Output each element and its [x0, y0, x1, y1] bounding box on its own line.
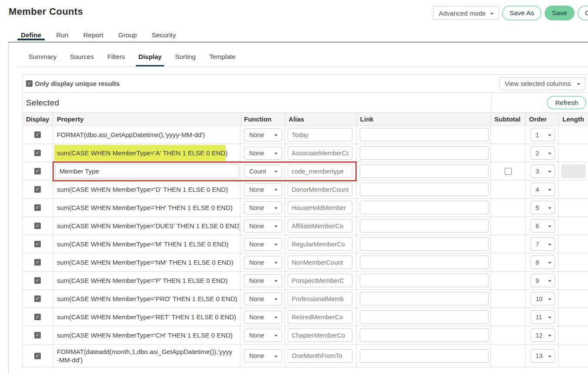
- function-select[interactable]: None ⌄: [244, 147, 282, 160]
- display-checkbox[interactable]: ✓: [34, 314, 41, 320]
- function-select[interactable]: None ⌄: [244, 238, 282, 251]
- link-input[interactable]: [360, 201, 489, 214]
- order-select[interactable]: 10 ⌄: [531, 292, 555, 305]
- subtab-template[interactable]: Template: [209, 53, 236, 66]
- link-input[interactable]: [360, 164, 489, 178]
- save-button[interactable]: Save: [545, 6, 575, 20]
- alias-input[interactable]: [288, 349, 352, 363]
- alias-input[interactable]: [288, 183, 352, 196]
- subtab-sorting[interactable]: Sorting: [175, 53, 196, 66]
- function-select[interactable]: None ⌄: [244, 256, 282, 269]
- order-select[interactable]: 2 ⌄: [531, 146, 555, 160]
- link-input[interactable]: [360, 128, 489, 141]
- display-checkbox[interactable]: ✓: [34, 223, 41, 229]
- display-checkbox[interactable]: ✓: [34, 241, 41, 247]
- subtab-summary[interactable]: Summary: [29, 53, 56, 66]
- alias-input[interactable]: [288, 328, 352, 342]
- order-select[interactable]: 13 ⌄: [531, 349, 555, 363]
- alias-input[interactable]: [288, 128, 352, 141]
- table-header-row: Display Property Function Alias Link Sub…: [23, 112, 588, 126]
- function-select[interactable]: None ⌄: [244, 128, 282, 141]
- link-input[interactable]: [360, 292, 489, 305]
- order-select[interactable]: 11 ⌄: [531, 310, 555, 324]
- alias-input[interactable]: [288, 237, 352, 251]
- link-input[interactable]: [360, 237, 489, 251]
- display-checkbox[interactable]: ✓: [34, 131, 41, 138]
- function-select[interactable]: None ⌄: [244, 183, 282, 196]
- display-checkbox[interactable]: ✓: [34, 168, 41, 174]
- view-columns-select[interactable]: View selected columns ⌄: [499, 77, 585, 90]
- selected-bar: Selected Refresh: [23, 93, 588, 112]
- order-select[interactable]: 5 ⌄: [531, 201, 555, 214]
- order-select[interactable]: 7 ⌄: [531, 237, 555, 251]
- table-row: ✓ sum(CASE WHEN MemberType='PRO' THEN 1 …: [23, 290, 588, 308]
- subtotal-checkbox[interactable]: [505, 168, 512, 175]
- alias-input[interactable]: [288, 146, 352, 160]
- property-text: sum(CASE WHEN MemberType='A' THEN 1 ELSE…: [54, 145, 226, 161]
- alias-input[interactable]: [288, 219, 352, 233]
- order-select[interactable]: 12 ⌄: [531, 328, 555, 342]
- options-bar: ✓ Only display unique results View selec…: [23, 75, 588, 93]
- function-select[interactable]: Count ⌄: [244, 165, 282, 178]
- tab-run[interactable]: Run: [56, 28, 68, 42]
- link-input[interactable]: [360, 310, 489, 324]
- subtab-display[interactable]: Display: [138, 53, 161, 66]
- alias-input[interactable]: [288, 310, 352, 324]
- table-row: ✓ sum(CASE WHEN MemberType='D' THEN 1 EL…: [23, 180, 588, 199]
- tab-define[interactable]: Define: [21, 28, 41, 42]
- function-select[interactable]: None ⌄: [244, 292, 282, 305]
- link-input[interactable]: [360, 274, 489, 287]
- order-select[interactable]: 8 ⌄: [531, 256, 555, 269]
- function-select[interactable]: None ⌄: [244, 274, 282, 287]
- link-input[interactable]: [360, 219, 489, 233]
- chevron-down-icon: ⌄: [273, 259, 278, 264]
- table-body: ✓ FORMAT(dbo.asi_GetAppDatetime(),'yyyy-…: [23, 126, 588, 367]
- function-select[interactable]: None ⌄: [244, 329, 282, 342]
- function-select[interactable]: None ⌄: [244, 201, 282, 214]
- display-checkbox[interactable]: ✓: [34, 353, 41, 359]
- order-select[interactable]: 1 ⌄: [531, 128, 555, 141]
- subtab-sources[interactable]: Sources: [70, 53, 94, 66]
- tab-group[interactable]: Group: [118, 28, 137, 42]
- link-input[interactable]: [360, 146, 489, 160]
- order-select[interactable]: 3 ⌄: [531, 164, 555, 178]
- chevron-down-icon: ⌄: [547, 313, 552, 319]
- close-button[interactable]: Close: [578, 6, 588, 20]
- save-as-button[interactable]: Save As: [502, 6, 542, 20]
- mode-select[interactable]: Advanced mode ⌄: [433, 6, 499, 20]
- display-checkbox[interactable]: ✓: [34, 186, 41, 193]
- display-checkbox[interactable]: ✓: [34, 332, 41, 338]
- function-select-value: None: [249, 204, 264, 211]
- alias-input[interactable]: [288, 164, 352, 178]
- link-input[interactable]: [360, 256, 489, 269]
- subtab-filters[interactable]: Filters: [107, 53, 125, 66]
- link-input[interactable]: [360, 328, 489, 342]
- alias-input[interactable]: [288, 274, 352, 287]
- order-select[interactable]: 9 ⌄: [531, 274, 555, 287]
- function-select[interactable]: None ⌄: [244, 349, 282, 362]
- function-select[interactable]: None ⌄: [244, 220, 282, 233]
- property-input[interactable]: Member Type: [55, 164, 239, 179]
- alias-input[interactable]: [288, 292, 352, 305]
- tab-security[interactable]: Security: [151, 28, 176, 42]
- display-checkbox[interactable]: ✓: [34, 277, 41, 284]
- alias-input[interactable]: [288, 256, 352, 269]
- unique-results-checkbox[interactable]: ✓: [26, 80, 33, 87]
- link-input[interactable]: [360, 183, 489, 196]
- query-builder-screen: Member Counts Advanced mode ⌄ Save As Sa…: [0, 0, 588, 374]
- function-select[interactable]: None ⌄: [244, 311, 282, 324]
- display-checkbox[interactable]: ✓: [34, 295, 41, 302]
- table-row: ✓ sum(CASE WHEN MemberType='HH' THEN 1 E…: [23, 199, 588, 217]
- link-input[interactable]: [360, 349, 489, 363]
- alias-input[interactable]: [288, 201, 352, 214]
- refresh-button[interactable]: Refresh: [547, 96, 586, 109]
- display-checkbox[interactable]: ✓: [34, 259, 41, 266]
- display-checkbox[interactable]: ✓: [34, 150, 41, 156]
- chevron-down-icon: ⌄: [547, 331, 552, 337]
- order-select[interactable]: 6 ⌄: [531, 219, 555, 233]
- tab-report[interactable]: Report: [83, 28, 104, 42]
- table-row: ✓ sum(CASE WHEN MemberType='P' THEN 1 EL…: [23, 272, 588, 290]
- function-select-value: None: [249, 150, 264, 157]
- display-checkbox[interactable]: ✓: [34, 204, 41, 211]
- order-select[interactable]: 4 ⌄: [531, 183, 555, 196]
